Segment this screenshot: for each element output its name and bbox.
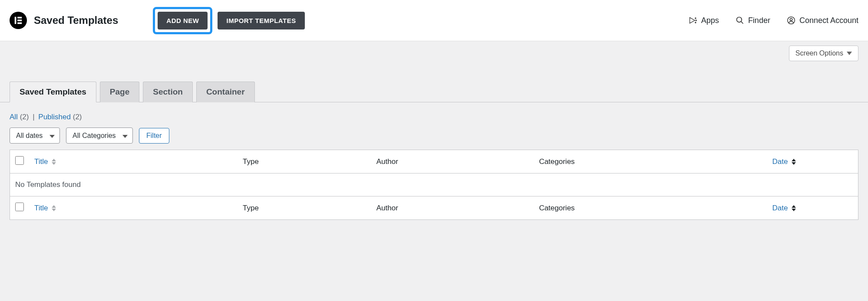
col-type-header: Type — [238, 150, 371, 173]
sort-indicator-icon — [52, 205, 56, 211]
tab-container[interactable]: Container — [196, 82, 255, 102]
sort-title-link-footer[interactable]: Title — [34, 204, 48, 212]
header-buttons: ADD NEW IMPORT TEMPLATES — [153, 7, 304, 34]
screen-options-label: Screen Options — [795, 49, 843, 57]
table-header-row: Title Type Author Categories Date — [10, 150, 858, 173]
templates-table: Title Type Author Categories Date No — [10, 150, 858, 220]
col-date-footer[interactable]: Date — [767, 196, 858, 220]
tab-saved-templates[interactable]: Saved Templates — [10, 82, 96, 102]
status-filter-links: All (2) | Published (2) — [0, 102, 868, 128]
filter-separator: | — [33, 113, 34, 121]
top-bar: Saved Templates ADD NEW IMPORT TEMPLATES… — [0, 0, 868, 41]
svg-point-5 — [696, 20, 696, 21]
dates-select[interactable]: All dates — [10, 128, 60, 144]
connect-account-link[interactable]: Connect Account — [787, 16, 858, 25]
filter-row: All dates All Categories Filter — [0, 128, 868, 150]
sort-indicator-icon — [792, 205, 796, 211]
empty-message: No Templates found — [10, 173, 858, 196]
connect-label: Connect Account — [799, 16, 858, 25]
svg-rect-2 — [17, 20, 22, 21]
import-templates-button[interactable]: IMPORT TEMPLATES — [218, 12, 304, 29]
select-all-checkbox-top[interactable] — [15, 156, 24, 165]
screen-options-row: Screen Options — [0, 41, 868, 61]
tab-section[interactable]: Section — [143, 82, 193, 102]
add-new-button[interactable]: ADD NEW — [158, 12, 208, 29]
sort-title-link[interactable]: Title — [34, 157, 48, 166]
svg-rect-3 — [17, 23, 22, 24]
topbar-right: Apps Finder Connect Account — [689, 16, 858, 25]
filter-button[interactable]: Filter — [139, 128, 169, 144]
svg-rect-0 — [15, 17, 17, 24]
screen-options-button[interactable]: Screen Options — [789, 46, 858, 61]
svg-point-7 — [736, 17, 742, 23]
col-checkbox-header — [10, 150, 30, 173]
search-icon — [736, 16, 744, 25]
page-title: Saved Templates — [34, 14, 118, 26]
apps-icon — [689, 16, 697, 25]
caret-down-icon — [847, 52, 852, 55]
svg-rect-1 — [17, 17, 22, 19]
svg-point-10 — [790, 18, 792, 20]
filter-all-link[interactable]: All — [10, 113, 18, 121]
sort-indicator-icon — [792, 159, 796, 165]
categories-select[interactable]: All Categories — [66, 128, 133, 144]
col-type-footer: Type — [238, 196, 371, 220]
brand: Saved Templates — [10, 12, 118, 29]
select-all-checkbox-bottom[interactable] — [15, 203, 24, 211]
sort-date-link-footer[interactable]: Date — [772, 204, 788, 212]
col-checkbox-footer — [10, 196, 30, 220]
filter-all-count: (2) — [20, 113, 29, 121]
filter-published-count: (2) — [73, 113, 82, 121]
finder-label: Finder — [748, 16, 770, 25]
tab-page[interactable]: Page — [100, 82, 139, 102]
sort-indicator-icon — [52, 159, 56, 165]
elementor-logo-icon — [10, 12, 27, 29]
col-categories-footer: Categories — [534, 196, 767, 220]
finder-link[interactable]: Finder — [736, 16, 770, 25]
apps-link[interactable]: Apps — [689, 16, 719, 25]
user-circle-icon — [787, 16, 795, 25]
col-categories-header: Categories — [534, 150, 767, 173]
add-new-highlight: ADD NEW — [153, 7, 212, 34]
svg-point-4 — [695, 18, 696, 19]
tabs-row: Saved Templates Page Section Container — [0, 81, 868, 102]
svg-line-8 — [741, 22, 743, 24]
empty-row: No Templates found — [10, 173, 858, 196]
col-author-footer: Author — [371, 196, 534, 220]
table-footer-row: Title Type Author Categories Date — [10, 196, 858, 220]
col-title-footer[interactable]: Title — [29, 196, 238, 220]
svg-point-6 — [695, 22, 696, 23]
col-date-header[interactable]: Date — [767, 150, 858, 173]
sort-date-link[interactable]: Date — [772, 157, 788, 166]
filter-published-link[interactable]: Published — [38, 113, 71, 121]
apps-label: Apps — [701, 16, 719, 25]
col-title-header[interactable]: Title — [29, 150, 238, 173]
col-author-header: Author — [371, 150, 534, 173]
table-wrap: Title Type Author Categories Date No — [0, 150, 868, 220]
